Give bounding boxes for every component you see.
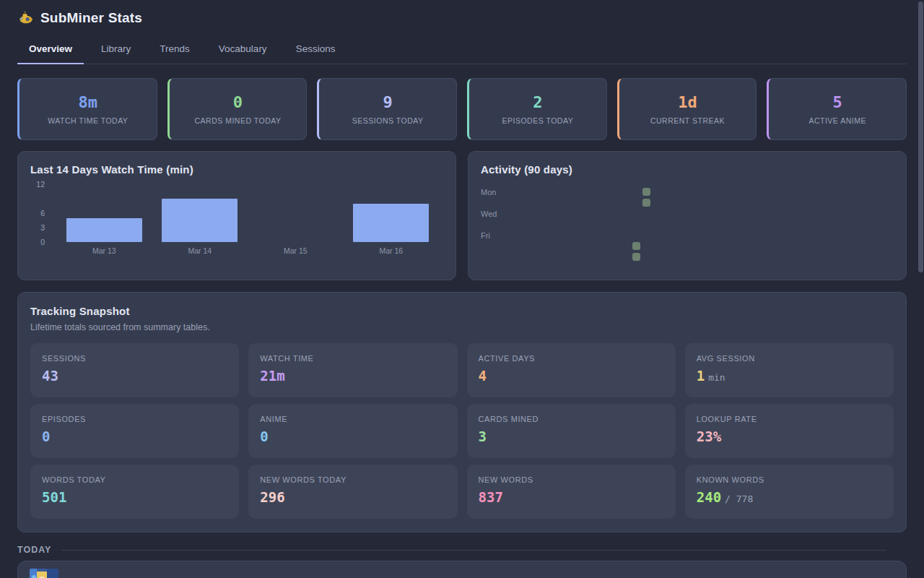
stat-value: 8m <box>79 93 98 111</box>
tracking-snapshot-panel: Tracking Snapshot Lifetime totals source… <box>17 292 907 532</box>
stat-label: CURRENT STREAK <box>650 116 725 125</box>
tile-new-words-today: NEW WORDS TODAY 296 <box>248 465 457 519</box>
chart-y-axis: 03612 <box>30 184 49 242</box>
today-divider <box>61 550 886 551</box>
tile-label: SESSIONS <box>42 354 227 363</box>
tile-value: 4 <box>479 368 487 384</box>
scrollbar-thumb[interactable] <box>918 1 923 272</box>
tile-sessions: SESSIONS 43 <box>30 343 239 397</box>
episode-thumbnail <box>30 569 58 578</box>
stat-value: 1d <box>678 93 697 111</box>
stat-value: 9 <box>383 93 393 111</box>
tile-value: 3 <box>479 428 487 444</box>
activity-heatmap-panel: Activity (90 days) MonWedFri <box>468 151 907 280</box>
app-title: SubMiner Stats <box>40 10 142 26</box>
tile-label: WORDS TODAY <box>42 475 227 484</box>
x-tick-label: Mar 15 <box>248 246 344 255</box>
watch-time-chart-panel: Last 14 Days Watch Time (min) 03612 Mar … <box>17 151 456 280</box>
stat-card-watch-time-today: 8m WATCH TIME TODAY <box>17 78 157 140</box>
watch-time-bar-chart: 03612 Mar 13Mar 14Mar 15Mar 16 <box>30 184 443 264</box>
tile-label: ANIME <box>260 415 445 423</box>
stat-value: 0 <box>233 93 243 111</box>
heatmap-active-cell <box>642 199 650 207</box>
tab-trends[interactable]: Trends <box>148 38 201 64</box>
tile-suffix: min <box>708 372 725 383</box>
heatmap-active-cell <box>632 253 640 261</box>
y-tick-label: 12 <box>36 180 45 189</box>
bar <box>162 199 237 242</box>
heatmap-day-label: Fri <box>481 231 490 240</box>
stat-card-episodes-today: 2 EPISODES TODAY <box>467 78 607 140</box>
bar-slot <box>56 184 152 242</box>
stat-card-active-anime: 5 ACTIVE ANIME <box>767 78 907 140</box>
tile-label: WATCH TIME <box>260 354 445 363</box>
stat-label: EPISODES TODAY <box>502 116 574 125</box>
tile-cards-mined: CARDS MINED 3 <box>467 404 676 458</box>
tile-watch-time: WATCH TIME 21m <box>248 343 457 397</box>
chart-plot <box>56 184 439 242</box>
today-section-header: TODAY <box>17 545 907 555</box>
stat-label: SESSIONS TODAY <box>352 116 424 125</box>
today-episode-card[interactable] <box>17 561 907 578</box>
tile-value: 21m <box>260 368 284 384</box>
x-tick-label: Mar 13 <box>56 246 152 255</box>
bar <box>353 204 429 242</box>
tile-lookup-rate: LOOKUP RATE 23% <box>685 404 894 458</box>
stat-card-current-streak: 1d CURRENT STREAK <box>617 78 757 140</box>
tab-sessions[interactable]: Sessions <box>284 38 347 64</box>
subminer-stats-app: SubMiner Stats Overview Library Trends V… <box>0 0 924 578</box>
tile-value: 1 <box>697 368 705 384</box>
tile-label: LOOKUP RATE <box>697 415 882 423</box>
tile-value: 240 <box>697 489 721 505</box>
heatmap-day-label: Wed <box>481 210 497 218</box>
stat-cards-row: 8m WATCH TIME TODAY 0 CARDS MINED TODAY … <box>17 78 907 140</box>
tile-known-words: KNOWN WORDS 240/ 778 <box>685 465 894 519</box>
tile-value: 43 <box>42 368 58 384</box>
tile-label: AVG SESSION <box>697 354 882 363</box>
bar-slot <box>152 184 248 242</box>
tile-label: EPISODES <box>42 415 227 423</box>
stat-value: 5 <box>833 93 842 111</box>
tile-suffix: / 778 <box>725 493 753 504</box>
bar <box>66 218 142 242</box>
tab-library[interactable]: Library <box>90 38 142 64</box>
tile-label: ACTIVE DAYS <box>479 354 664 363</box>
heatmap-active-cell <box>632 242 640 250</box>
heatmap-day-label: Mon <box>481 188 496 197</box>
tracking-tiles-grid: SESSIONS 43 WATCH TIME 21m ACTIVE DAYS 4… <box>30 343 894 519</box>
tab-bar: Overview Library Trends Vocabulary Sessi… <box>17 38 907 64</box>
heatmap-active-cell <box>642 188 650 196</box>
y-tick-label: 3 <box>40 223 45 232</box>
bar-slot <box>248 184 344 242</box>
stat-label: WATCH TIME TODAY <box>48 116 128 125</box>
tab-vocabulary[interactable]: Vocabulary <box>207 38 279 64</box>
app-header: SubMiner Stats <box>17 10 907 26</box>
tracking-title: Tracking Snapshot <box>30 305 894 317</box>
tile-active-days: ACTIVE DAYS 4 <box>467 343 676 397</box>
submarine-icon <box>19 11 33 25</box>
tile-label: KNOWN WORDS <box>697 475 882 484</box>
tile-episodes: EPISODES 0 <box>30 404 239 458</box>
tracking-subtitle: Lifetime totals sourced from summary tab… <box>30 322 894 332</box>
tab-overview[interactable]: Overview <box>17 38 84 64</box>
stat-value: 2 <box>533 93 542 111</box>
tile-value: 23% <box>697 428 721 444</box>
overview-panels-row: Last 14 Days Watch Time (min) 03612 Mar … <box>17 151 907 280</box>
y-tick-label: 6 <box>40 209 45 217</box>
x-tick-label: Mar 14 <box>152 246 248 255</box>
tile-words-today: WORDS TODAY 501 <box>30 465 239 519</box>
tile-label: CARDS MINED <box>479 415 664 423</box>
tile-avg-session: AVG SESSION 1min <box>685 343 894 397</box>
stat-label: CARDS MINED TODAY <box>195 116 282 125</box>
tile-label: NEW WORDS <box>479 475 664 484</box>
tile-value: 296 <box>260 489 284 505</box>
bar-slot <box>344 184 440 242</box>
stat-card-sessions-today: 9 SESSIONS TODAY <box>317 78 457 140</box>
tile-value: 0 <box>42 428 50 444</box>
tile-new-words: NEW WORDS 837 <box>467 465 676 519</box>
stat-label: ACTIVE ANIME <box>808 116 866 125</box>
tile-value: 0 <box>260 428 268 444</box>
tile-anime: ANIME 0 <box>248 404 457 458</box>
stat-card-cards-mined-today: 0 CARDS MINED TODAY <box>167 78 308 140</box>
y-tick-label: 0 <box>40 238 45 246</box>
